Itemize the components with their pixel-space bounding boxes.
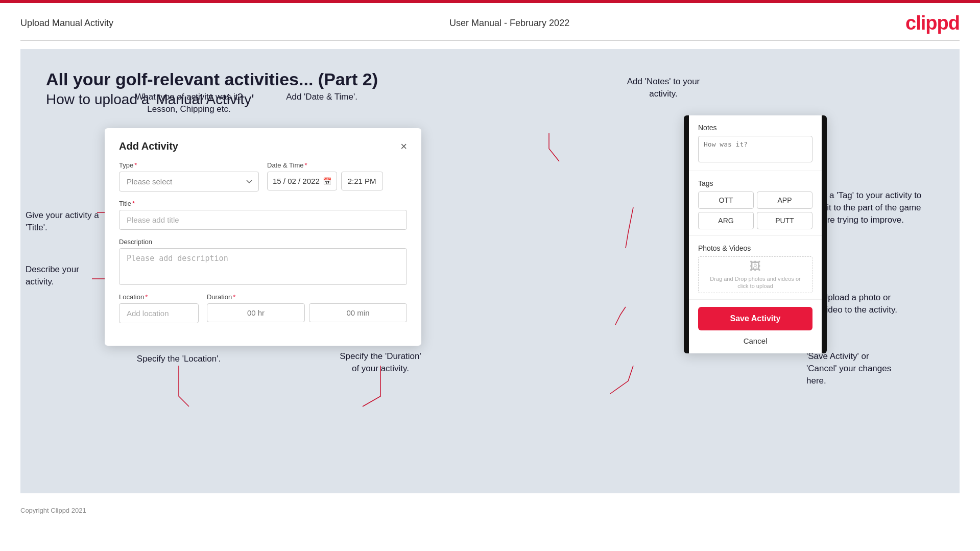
page-title: All your golf-relevant activities... (Pa…	[46, 69, 934, 89]
modal-header: Add Activity ×	[119, 140, 407, 152]
add-activity-modal: Add Activity × Type* Please select Date …	[105, 128, 421, 346]
description-group: Description	[119, 238, 407, 285]
annotation-title: Give your activity a 'Title'.	[26, 197, 102, 233]
hours-input[interactable]	[207, 303, 305, 322]
time-input[interactable]: 2:21 PM	[341, 172, 383, 190]
duration-group: Duration*	[207, 293, 407, 323]
type-select[interactable]: Please select	[119, 172, 259, 191]
copyright-text: Copyright Clippd 2021	[20, 507, 86, 514]
location-group: Location*	[119, 293, 199, 323]
footer: Copyright Clippd 2021	[0, 501, 980, 519]
upload-text: Drag and Drop photos and videos or click…	[710, 275, 800, 290]
modal-title: Add Activity	[119, 140, 178, 152]
photos-section-title: Photos & Videos	[698, 244, 812, 252]
phone-panel: Notes Tags OTT APP ARG PUTT Photos & Vid…	[684, 115, 827, 353]
clippd-logo: clippd	[905, 12, 960, 34]
header-left: Upload Manual Activity	[20, 18, 113, 29]
save-activity-button[interactable]: Save Activity	[698, 307, 812, 330]
photos-section: Photos & Videos 🖼 Drag and Drop photos a…	[689, 236, 822, 300]
datetime-label: Date & Time*	[267, 161, 407, 169]
title-input[interactable]	[119, 210, 407, 230]
tag-app[interactable]: APP	[757, 191, 812, 209]
tag-ott[interactable]: OTT	[698, 191, 754, 209]
date-input[interactable]: 15 / 02 / 2022 📅	[267, 172, 337, 190]
title-label: Title*	[119, 200, 407, 207]
type-label: Type*	[119, 161, 259, 169]
annotation-notes: Add 'Notes' to your activity.	[612, 76, 714, 100]
annotation-description: Describe your activity.	[26, 263, 102, 288]
tag-arg[interactable]: ARG	[698, 212, 754, 229]
location-label: Location*	[119, 293, 199, 301]
duration-inputs	[207, 303, 407, 322]
type-group: Type* Please select	[119, 161, 259, 191]
location-duration-row: Location* Duration*	[119, 293, 407, 323]
upload-icon: 🖼	[750, 260, 761, 273]
tag-putt[interactable]: PUTT	[757, 212, 812, 229]
main-content: All your golf-relevant activities... (Pa…	[20, 49, 960, 493]
annotation-type: What type of activity was it? Lesson, Ch…	[133, 91, 245, 115]
notes-textarea[interactable]	[698, 136, 812, 162]
location-input[interactable]	[119, 303, 199, 323]
title-group: Title*	[119, 200, 407, 230]
annotation-savecancel: 'Save Activity' or 'Cancel' your changes…	[806, 350, 929, 387]
tags-section: Tags OTT APP ARG PUTT	[689, 171, 822, 236]
type-datetime-row: Type* Please select Date & Time* 15 / 02…	[119, 161, 407, 191]
description-label: Description	[119, 238, 407, 246]
date-time-inputs: 15 / 02 / 2022 📅 2:21 PM	[267, 172, 407, 190]
cancel-link[interactable]: Cancel	[689, 330, 822, 353]
annotation-datetime: Add 'Date & Time'.	[271, 91, 373, 103]
tags-grid: OTT APP ARG PUTT	[698, 191, 812, 229]
calendar-icon: 📅	[323, 177, 331, 185]
annotation-duration: Specify the 'Duration' of your activity.	[322, 350, 439, 375]
notes-section-title: Notes	[698, 124, 812, 132]
duration-label: Duration*	[207, 293, 407, 301]
description-textarea[interactable]	[119, 248, 407, 285]
annotation-tags: Add a 'Tag' to your activity to link it …	[811, 189, 929, 226]
datetime-group: Date & Time* 15 / 02 / 2022 📅 2:21 PM	[267, 161, 407, 191]
header-divider	[20, 40, 960, 41]
annotation-upload: Upload a photo or video to the activity.	[822, 292, 929, 316]
notes-section: Notes	[689, 115, 822, 171]
annotation-location: Specify the 'Location'.	[128, 353, 230, 365]
modal-close-button[interactable]: ×	[400, 141, 407, 152]
photo-upload-area[interactable]: 🖼 Drag and Drop photos and videos or cli…	[698, 256, 812, 293]
header: Upload Manual Activity User Manual - Feb…	[0, 3, 980, 40]
header-center: User Manual - February 2022	[449, 18, 569, 29]
minutes-input[interactable]	[309, 303, 407, 322]
tags-section-title: Tags	[698, 179, 812, 187]
